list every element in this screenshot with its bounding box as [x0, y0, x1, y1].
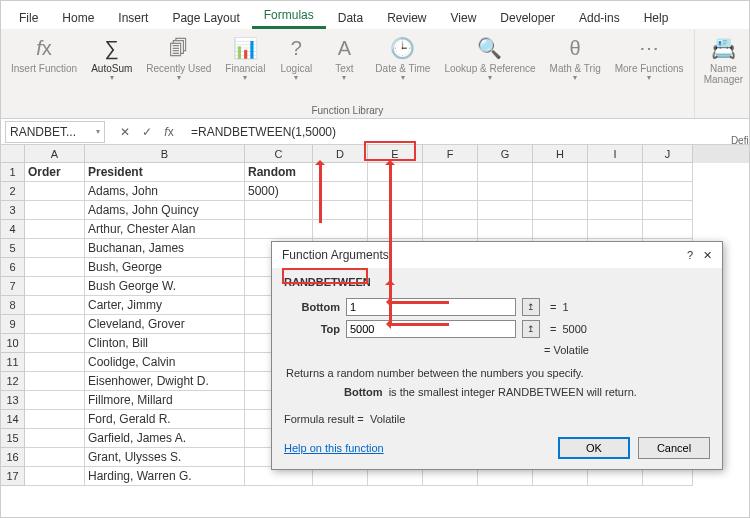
cell[interactable]	[533, 182, 588, 201]
row-header[interactable]: 1	[1, 163, 25, 182]
row-header[interactable]: 8	[1, 296, 25, 315]
more-functions-button[interactable]: ⋯ More Functions ▾	[611, 33, 688, 103]
help-icon[interactable]: ?	[687, 249, 693, 262]
cancel-formula-button[interactable]: ✕	[115, 122, 135, 142]
cell[interactable]	[643, 163, 693, 182]
col-header[interactable]: I	[588, 145, 643, 163]
col-header[interactable]: H	[533, 145, 588, 163]
cell[interactable]: Random	[245, 163, 313, 182]
cell[interactable]	[368, 201, 423, 220]
cell[interactable]	[423, 201, 478, 220]
row-header[interactable]: 6	[1, 258, 25, 277]
financial-button[interactable]: 📊 Financial ▾	[221, 33, 269, 103]
row-header[interactable]: 7	[1, 277, 25, 296]
row-header[interactable]: 14	[1, 410, 25, 429]
ribbon-tab-page-layout[interactable]: Page Layout	[160, 5, 251, 29]
text-button[interactable]: A Text ▾	[323, 33, 365, 103]
row-header[interactable]: 17	[1, 467, 25, 486]
ribbon-tab-home[interactable]: Home	[50, 5, 106, 29]
cell[interactable]	[25, 448, 85, 467]
ribbon-tab-developer[interactable]: Developer	[488, 5, 567, 29]
row-header[interactable]: 10	[1, 334, 25, 353]
cell[interactable]	[25, 315, 85, 334]
cell[interactable]: Bush George W.	[85, 277, 245, 296]
name-manager-button[interactable]: 📇 Name Manager	[701, 33, 747, 133]
cell[interactable]	[588, 163, 643, 182]
close-icon[interactable]: ✕	[703, 249, 712, 262]
cell[interactable]	[423, 467, 478, 486]
col-header[interactable]: J	[643, 145, 693, 163]
ribbon-tab-add-ins[interactable]: Add-ins	[567, 5, 632, 29]
row-header[interactable]: 15	[1, 429, 25, 448]
enter-formula-button[interactable]: ✓	[137, 122, 157, 142]
cell[interactable]	[25, 182, 85, 201]
cell[interactable]: Eisenhower, Dwight D.	[85, 372, 245, 391]
cell[interactable]	[25, 277, 85, 296]
ribbon-tab-help[interactable]: Help	[632, 5, 681, 29]
row-header[interactable]: 2	[1, 182, 25, 201]
cell[interactable]	[25, 391, 85, 410]
row-header[interactable]: 12	[1, 372, 25, 391]
row-header[interactable]: 9	[1, 315, 25, 334]
cell[interactable]	[423, 163, 478, 182]
row-header[interactable]: 11	[1, 353, 25, 372]
cell[interactable]	[588, 467, 643, 486]
cell[interactable]: Adams, John	[85, 182, 245, 201]
col-header[interactable]: G	[478, 145, 533, 163]
ribbon-tab-insert[interactable]: Insert	[106, 5, 160, 29]
cell[interactable]: Carter, Jimmy	[85, 296, 245, 315]
cell[interactable]	[25, 429, 85, 448]
math-button[interactable]: θ Math & Trig ▾	[546, 33, 605, 103]
cell[interactable]	[368, 182, 423, 201]
row-header[interactable]: 4	[1, 220, 25, 239]
cell[interactable]: Order	[25, 163, 85, 182]
formula-input[interactable]: =RANDBETWEEN(1,5000)	[185, 123, 749, 141]
datetime-button[interactable]: 🕒 Date & Time ▾	[371, 33, 434, 103]
cell[interactable]: President	[85, 163, 245, 182]
cell[interactable]: Clinton, Bill	[85, 334, 245, 353]
cell[interactable]	[25, 353, 85, 372]
cell[interactable]	[25, 296, 85, 315]
autosum-button[interactable]: ∑ AutoSum ▾	[87, 33, 136, 103]
cell[interactable]	[368, 163, 423, 182]
cell[interactable]	[25, 239, 85, 258]
col-header[interactable]: F	[423, 145, 478, 163]
cell[interactable]: Coolidge, Calvin	[85, 353, 245, 372]
cell[interactable]	[423, 182, 478, 201]
cell[interactable]	[245, 220, 313, 239]
cell[interactable]	[423, 220, 478, 239]
cell[interactable]: Arthur, Chester Alan	[85, 220, 245, 239]
col-header[interactable]: A	[25, 145, 85, 163]
cell[interactable]	[25, 372, 85, 391]
insert-function-button[interactable]: fx Insert Function	[7, 33, 81, 103]
cell[interactable]	[25, 467, 85, 486]
cancel-button[interactable]: Cancel	[638, 437, 710, 459]
range-select-button[interactable]: ↥	[522, 320, 540, 338]
cell[interactable]	[533, 201, 588, 220]
cell[interactable]	[643, 220, 693, 239]
cell[interactable]	[313, 467, 368, 486]
fx-button[interactable]: fx	[159, 122, 179, 142]
row-header[interactable]: 5	[1, 239, 25, 258]
row-header[interactable]: 13	[1, 391, 25, 410]
cell[interactable]	[25, 334, 85, 353]
cell[interactable]	[533, 220, 588, 239]
cell[interactable]	[245, 201, 313, 220]
cell[interactable]: Bush, George	[85, 258, 245, 277]
cell[interactable]: Cleveland, Grover	[85, 315, 245, 334]
cell[interactable]	[478, 220, 533, 239]
col-header[interactable]: C	[245, 145, 313, 163]
cell[interactable]: Harding, Warren G.	[85, 467, 245, 486]
cell[interactable]	[25, 410, 85, 429]
ribbon-tab-formulas[interactable]: Formulas	[252, 2, 326, 29]
cell[interactable]	[478, 163, 533, 182]
ok-button[interactable]: OK	[558, 437, 630, 459]
row-header[interactable]: 3	[1, 201, 25, 220]
cell[interactable]	[478, 201, 533, 220]
cell[interactable]	[588, 220, 643, 239]
ribbon-tab-file[interactable]: File	[7, 5, 50, 29]
recently-used-button[interactable]: 🗐 Recently Used ▾	[142, 33, 215, 103]
name-box[interactable]: RANDBET... ▾	[5, 121, 105, 143]
cell[interactable]	[533, 163, 588, 182]
cell[interactable]	[245, 467, 313, 486]
